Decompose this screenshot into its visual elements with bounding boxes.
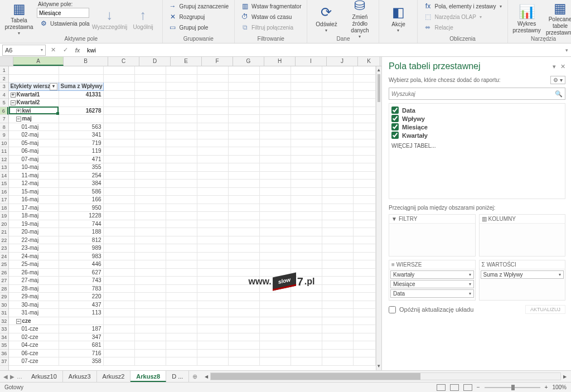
cell-H20[interactable] xyxy=(260,220,291,229)
view-page-icon[interactable] xyxy=(450,384,459,391)
row-header-14[interactable]: 14 xyxy=(0,172,8,180)
cell-E12[interactable] xyxy=(166,156,197,164)
cell-K32[interactable] xyxy=(354,317,376,326)
expand-toggle[interactable]: − xyxy=(16,117,21,122)
pivot-chart-button[interactable]: 📊Wykres przestawny xyxy=(511,1,543,36)
cell-D21[interactable] xyxy=(135,228,166,236)
cell-C31[interactable] xyxy=(104,309,135,317)
cell-B21[interactable]: 188 xyxy=(59,228,104,236)
cell-B9[interactable]: 341 xyxy=(59,131,104,139)
name-box[interactable]: A6▾ xyxy=(2,45,46,56)
cell-D3[interactable] xyxy=(135,83,166,91)
cell-A25[interactable]: 25-maj xyxy=(9,260,59,269)
cell-K2[interactable] xyxy=(354,75,376,83)
cell-A27[interactable]: 27-maj xyxy=(9,277,59,285)
cell-F4[interactable] xyxy=(197,91,229,99)
cell-D11[interactable] xyxy=(135,147,166,156)
cell-D30[interactable] xyxy=(135,301,166,309)
tab-nav-more[interactable]: … xyxy=(17,374,22,380)
zoom-slider[interactable] xyxy=(485,387,540,388)
active-field-input[interactable] xyxy=(37,8,89,18)
sheet-tab-Arkusz10[interactable]: Arkusz10 xyxy=(26,371,63,382)
cell-A29[interactable]: 29-maj xyxy=(9,293,59,301)
row-header-2[interactable]: 2 xyxy=(0,75,8,83)
cell-E3[interactable] xyxy=(166,83,197,91)
col-header-G[interactable]: G xyxy=(233,57,264,66)
cell-C7[interactable] xyxy=(104,115,135,123)
cell-E22[interactable] xyxy=(166,236,197,245)
cell-D29[interactable] xyxy=(135,293,166,301)
row-header-15[interactable]: 15 xyxy=(0,180,8,188)
cell-K15[interactable] xyxy=(354,180,376,188)
cell-E26[interactable] xyxy=(166,269,197,277)
cell-F14[interactable] xyxy=(197,172,229,180)
cell-D14[interactable] xyxy=(135,172,166,180)
cell-H37[interactable] xyxy=(260,357,291,366)
cell-C19[interactable] xyxy=(104,212,135,220)
row-header-29[interactable]: 29 xyxy=(0,293,8,301)
cell-G1[interactable] xyxy=(229,66,260,75)
row-header-20[interactable]: 20 xyxy=(0,220,8,229)
cell-H7[interactable] xyxy=(260,115,291,123)
defer-update-checkbox[interactable]: Opóźnij aktualizację układu xyxy=(389,306,473,314)
cell-J32[interactable] xyxy=(322,317,354,326)
cell-G16[interactable] xyxy=(229,188,260,196)
cell-H29[interactable] xyxy=(260,293,291,301)
cell-J13[interactable] xyxy=(322,163,354,172)
cell-K28[interactable] xyxy=(354,285,376,293)
cell-G10[interactable] xyxy=(229,139,260,148)
cell-C21[interactable] xyxy=(104,228,135,236)
cell-J18[interactable] xyxy=(322,204,354,212)
cell-B36[interactable]: 716 xyxy=(59,350,104,358)
zoom-out-button[interactable]: − xyxy=(477,384,480,390)
cell-F12[interactable] xyxy=(197,156,229,164)
cell-G6[interactable] xyxy=(229,107,260,115)
cell-K4[interactable] xyxy=(354,91,376,99)
row-header-30[interactable]: 30 xyxy=(0,301,8,309)
cell-J5[interactable] xyxy=(322,99,354,107)
cell-C6[interactable] xyxy=(104,107,135,115)
cell-D15[interactable] xyxy=(135,180,166,188)
cell-D32[interactable] xyxy=(135,317,166,326)
cell-C24[interactable] xyxy=(104,253,135,261)
cell-E29[interactable] xyxy=(166,293,197,301)
cell-G29[interactable] xyxy=(229,293,260,301)
cell-F19[interactable] xyxy=(197,212,229,220)
cell-G22[interactable] xyxy=(229,236,260,245)
cell-E27[interactable] xyxy=(166,277,197,285)
tab-nav-prev[interactable]: ◀ xyxy=(3,374,8,380)
cell-J11[interactable] xyxy=(322,147,354,156)
cell-K24[interactable] xyxy=(354,253,376,261)
cell-I29[interactable] xyxy=(291,293,322,301)
row-header-11[interactable]: 11 xyxy=(0,147,8,156)
row-header-18[interactable]: 18 xyxy=(0,204,8,212)
cell-D12[interactable] xyxy=(135,156,166,164)
cell-H23[interactable] xyxy=(260,244,291,253)
cell-C26[interactable] xyxy=(104,269,135,277)
cell-E34[interactable] xyxy=(166,333,197,342)
cell-H10[interactable] xyxy=(260,139,291,148)
cell-J33[interactable] xyxy=(322,325,354,333)
cell-J29[interactable] xyxy=(322,293,354,301)
cell-K14[interactable] xyxy=(354,172,376,180)
cell-G5[interactable] xyxy=(229,99,260,107)
field-data[interactable]: Data xyxy=(391,106,563,114)
col-header-B[interactable]: B xyxy=(64,57,108,66)
cell-K16[interactable] xyxy=(354,188,376,196)
cell-E30[interactable] xyxy=(166,301,197,309)
cell-E6[interactable] xyxy=(166,107,197,115)
cell-B3[interactable]: Suma z Wpływy xyxy=(59,83,104,91)
cell-A3[interactable]: Etykiety wierszy xyxy=(9,83,59,91)
cell-E8[interactable] xyxy=(166,123,197,132)
cell-I24[interactable] xyxy=(291,253,322,261)
cell-K20[interactable] xyxy=(354,220,376,229)
cell-J19[interactable] xyxy=(322,212,354,220)
cell-B17[interactable]: 166 xyxy=(59,196,104,204)
cell-B8[interactable]: 563 xyxy=(59,123,104,132)
cell-J4[interactable] xyxy=(322,91,354,99)
cell-H13[interactable] xyxy=(260,163,291,172)
cell-J30[interactable] xyxy=(322,301,354,309)
cell-H3[interactable] xyxy=(260,83,291,91)
cell-E13[interactable] xyxy=(166,163,197,172)
cell-D28[interactable] xyxy=(135,285,166,293)
